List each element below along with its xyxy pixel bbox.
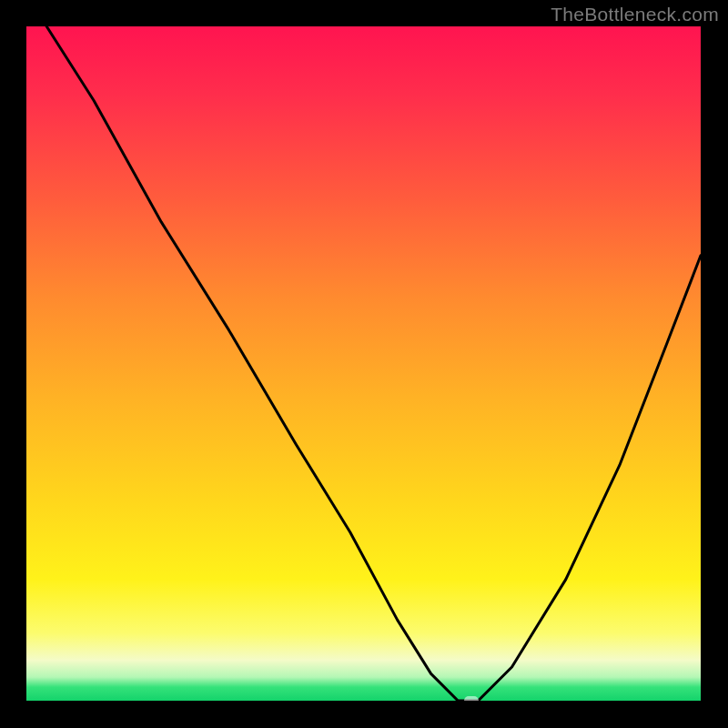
bottleneck-curve bbox=[26, 26, 701, 701]
optimal-point-marker bbox=[464, 696, 479, 701]
chart-frame: TheBottleneck.com bbox=[0, 0, 728, 728]
plot-area bbox=[26, 26, 701, 701]
source-credit: TheBottleneck.com bbox=[551, 4, 719, 25]
